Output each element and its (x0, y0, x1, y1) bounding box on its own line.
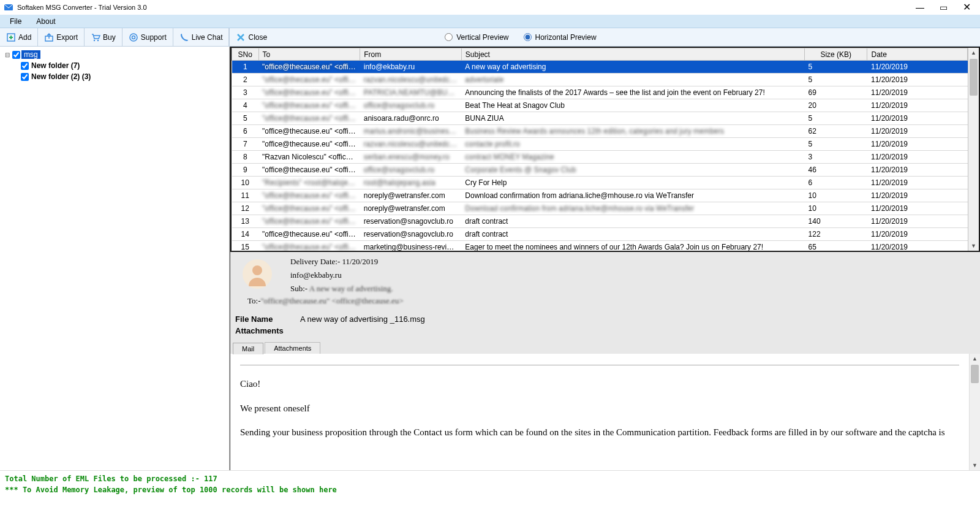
close-icon (236, 32, 246, 42)
tree-root[interactable]: ⊟ msg (4, 49, 225, 60)
svg-point-3 (94, 39, 95, 40)
preview-mode-group: Vertical Preview Horizontal Preview (445, 28, 596, 46)
preview-subject-line: Sub:- A new way of advertising. (290, 284, 393, 294)
close-label: Close (248, 33, 267, 42)
mail-body: Ciao! We present oneself Sending your bu… (230, 354, 969, 470)
email-grid[interactable]: SNo To From Subject Size (KB) Date 1"off… (232, 48, 968, 251)
app-icon (4, 2, 13, 12)
close-button[interactable]: ✕ (962, 2, 971, 12)
mail-p1: Ciao! (240, 376, 959, 392)
svg-point-6 (132, 36, 135, 39)
table-row[interactable]: 6"office@thecause.eu" <office...marius.a… (232, 125, 968, 138)
scroll-down-icon[interactable]: ▼ (968, 241, 979, 251)
add-icon (6, 32, 16, 42)
support-label: Support (141, 33, 167, 42)
phone-icon (179, 32, 189, 42)
status-line-2: *** To Avoid Memory Leakage, preview of … (5, 484, 975, 495)
preview-meta: File Name A new way of advertising _116.… (230, 311, 980, 340)
preview-to: To:-"office@thecause.eu" <office@thecaus… (247, 296, 973, 306)
close-button-toolbar[interactable]: Close (229, 28, 273, 46)
folder-tree: ⊟ msg New folder (7) New folder (2) (3) (0, 47, 230, 470)
table-row[interactable]: 8"Razvan Nicolescu" <office@...serban.en… (232, 151, 968, 164)
table-row[interactable]: 15"office@thecause.eu" <office...marketi… (232, 241, 968, 251)
main: ⊟ msg New folder (7) New folder (2) (3) … (0, 47, 980, 470)
scroll-up-icon[interactable]: ▲ (968, 48, 979, 58)
preview-pane: Delivery Date:- 11/20/2019 info@ekbaby.r… (230, 252, 980, 470)
preview-tabs: Mail Attachments (230, 340, 980, 354)
tab-mail[interactable]: Mail (233, 343, 263, 354)
support-icon (129, 32, 138, 42)
export-icon (44, 32, 54, 42)
live-chat-button[interactable]: Live Chat (173, 28, 230, 46)
toolbar: Add Export Buy Support Live Chat Close V… (0, 28, 980, 47)
grid-header-row: SNo To From Subject Size (KB) Date (232, 48, 968, 61)
horizontal-preview-radio[interactable]: Horizontal Preview (524, 33, 597, 42)
header-sno[interactable]: SNo (232, 48, 259, 61)
cart-icon (91, 32, 100, 42)
mail-scrollbar[interactable]: ▲ ▼ (969, 354, 980, 470)
preview-from: info@ekbaby.ru (290, 270, 393, 280)
mail-scroll-down-icon[interactable]: ▼ (970, 460, 980, 470)
table-row[interactable]: 7"office@thecause.eu" <office...razvan.n… (232, 138, 968, 151)
header-size[interactable]: Size (KB) (805, 48, 867, 61)
tree-child-checkbox[interactable] (21, 73, 29, 81)
window-controls: — ▭ ✕ (915, 2, 971, 12)
table-row[interactable]: 5"office@thecause.eu" <office...anisoara… (232, 112, 968, 125)
file-name-value: A new way of advertising _116.msg (300, 314, 425, 324)
header-subject[interactable]: Subject (461, 48, 804, 61)
mail-body-wrap: Ciao! We present oneself Sending your bu… (230, 354, 980, 470)
buy-label: Buy (103, 33, 116, 42)
header-from[interactable]: From (360, 48, 462, 61)
attachments-label: Attachments (235, 326, 288, 335)
add-button[interactable]: Add (0, 28, 38, 46)
content: SNo To From Subject Size (KB) Date 1"off… (230, 47, 980, 470)
live-chat-label: Live Chat (192, 33, 223, 42)
file-name-label: File Name (235, 314, 288, 324)
scroll-thumb[interactable] (970, 59, 978, 96)
table-row[interactable]: 2"office@thecause.eu" <office...razvan.n… (232, 74, 968, 86)
table-row[interactable]: 13"office@thecause.eu" <office...reserva… (232, 215, 968, 228)
tab-attachments[interactable]: Attachments (265, 342, 320, 354)
delivery-date: Delivery Date:- 11/20/2019 (290, 257, 393, 267)
export-label: Export (56, 33, 78, 42)
maximize-button[interactable]: ▭ (938, 2, 948, 12)
svg-point-4 (97, 39, 99, 40)
avatar (243, 259, 272, 289)
mail-p2: We present oneself (240, 401, 959, 417)
table-row[interactable]: 10"Recipients" <root@halojepa...root@hal… (232, 177, 968, 189)
window-title: Softaken MSG Converter - Trial Version 3… (17, 4, 915, 11)
table-row[interactable]: 3"office@thecause.eu" <office...PATRICIA… (232, 86, 968, 99)
table-row[interactable]: 12"office@thecause.eu" <office...noreply… (232, 202, 968, 215)
email-grid-wrap: SNo To From Subject Size (KB) Date 1"off… (230, 47, 980, 252)
tree-expander-icon[interactable]: ⊟ (4, 51, 11, 58)
titlebar: Softaken MSG Converter - Trial Version 3… (0, 0, 980, 15)
mail-scroll-up-icon[interactable]: ▲ (970, 354, 980, 364)
tree-child-1[interactable]: New folder (2) (3) (4, 71, 225, 82)
buy-button[interactable]: Buy (85, 28, 123, 46)
menu-about[interactable]: About (29, 16, 62, 27)
menubar: File About (0, 15, 980, 28)
table-row[interactable]: 14"office@thecause.eu" <office...reserva… (232, 228, 968, 241)
svg-point-7 (252, 265, 262, 275)
minimize-button[interactable]: — (915, 2, 925, 12)
tree-child-checkbox[interactable] (21, 62, 29, 70)
header-date[interactable]: Date (867, 48, 968, 61)
grid-scrollbar[interactable]: ▲ ▼ (968, 48, 979, 251)
statusbar: Total Number of EML Files to be processe… (0, 470, 980, 497)
header-to[interactable]: To (258, 48, 360, 61)
table-row[interactable]: 1"office@thecause.eu" <office...info@ekb… (232, 61, 968, 74)
tree-root-checkbox[interactable] (12, 51, 20, 59)
menu-file[interactable]: File (2, 16, 29, 27)
add-label: Add (18, 33, 31, 42)
table-row[interactable]: 4"office@thecause.eu" <office...office@s… (232, 99, 968, 112)
export-button[interactable]: Export (38, 28, 85, 46)
mail-scroll-thumb[interactable] (971, 365, 979, 383)
svg-point-5 (130, 34, 137, 41)
support-button[interactable]: Support (123, 28, 173, 46)
table-row[interactable]: 11"office@thecause.eu" <office...noreply… (232, 189, 968, 202)
preview-header: Delivery Date:- 11/20/2019 info@ekbaby.r… (230, 252, 980, 311)
table-row[interactable]: 9"office@thecause.eu" <office...office@s… (232, 164, 968, 177)
vertical-preview-radio[interactable]: Vertical Preview (445, 33, 508, 42)
tree-child-0[interactable]: New folder (7) (4, 60, 225, 71)
mail-p3: Sending your business proposition throug… (240, 425, 959, 441)
